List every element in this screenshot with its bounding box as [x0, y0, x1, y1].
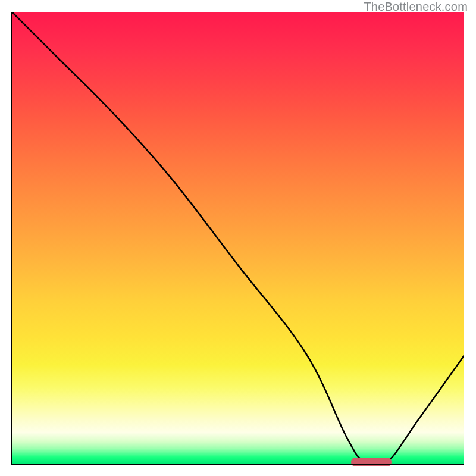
watermark-text: TheBottleneck.com	[364, 0, 468, 14]
gradient-background	[12, 12, 464, 464]
y-axis	[11, 12, 12, 465]
plot-area	[12, 12, 464, 464]
x-axis	[12, 464, 464, 465]
